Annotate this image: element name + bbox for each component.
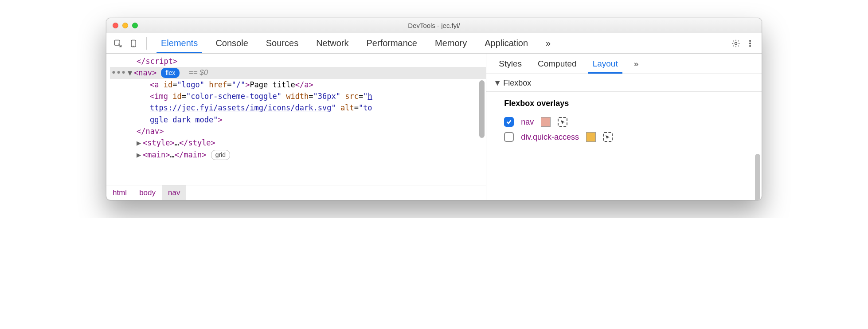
tab-application[interactable]: Application [476, 33, 537, 53]
device-toolbar-icon[interactable] [127, 36, 141, 51]
dom-line[interactable]: ttps://jec.fyi/assets/img/icons/dark.svg… [110, 102, 486, 114]
separator [725, 37, 725, 50]
tab-performance[interactable]: Performance [358, 33, 426, 53]
main-split: </script​> ••• ▼ <nav> flex == $0 <a id=… [106, 54, 762, 200]
scrollbar-thumb[interactable] [755, 154, 760, 200]
flex-badge[interactable]: flex [161, 68, 180, 78]
svg-point-3 [735, 42, 737, 44]
tab-elements[interactable]: Elements [152, 33, 207, 53]
styles-sidebar: Styles Computed Layout » ▼ Flexbox Flexb… [486, 54, 762, 200]
tab-memory[interactable]: Memory [426, 33, 476, 53]
titlebar: DevTools - jec.fyi/ [106, 18, 762, 33]
dom-line[interactable]: ▶<style>…</style> [110, 137, 486, 149]
dom-tree[interactable]: </script​> ••• ▼ <nav> flex == $0 <a id=… [106, 54, 486, 185]
svg-point-4 [750, 40, 751, 41]
expand-toggle-icon[interactable]: ▶ [137, 137, 143, 149]
dom-line[interactable]: </nav> [110, 125, 486, 137]
svg-point-5 [750, 43, 751, 44]
elements-panel: </script​> ••• ▼ <nav> flex == $0 <a id=… [106, 54, 486, 200]
element-selector-icon[interactable] [603, 132, 613, 142]
kebab-menu-icon[interactable] [743, 36, 757, 51]
color-swatch[interactable] [586, 132, 596, 142]
panel-tabs: Elements Console Sources Network Perform… [152, 33, 559, 53]
dom-line[interactable]: ggle dark mode"> [110, 114, 486, 125]
devtools-window: DevTools - jec.fyi/ Elements Console Sou… [106, 18, 762, 200]
inspect-element-icon[interactable] [111, 36, 125, 51]
window-title: DevTools - jec.fyi/ [106, 22, 762, 29]
breadcrumb-item[interactable]: body [133, 185, 162, 200]
breadcrumb-item[interactable]: html [106, 185, 133, 200]
tab-network[interactable]: Network [307, 33, 357, 53]
breadcrumb: html body nav [106, 185, 486, 200]
overlay-name[interactable]: div.quick-access [521, 133, 579, 142]
main-toolbar: Elements Console Sources Network Perform… [106, 33, 762, 54]
dom-selected-row[interactable]: ••• ▼ <nav> flex == $0 [110, 67, 486, 78]
breadcrumb-item[interactable]: nav [162, 185, 186, 200]
grid-badge[interactable]: grid [211, 150, 230, 161]
overlay-checkbox[interactable] [504, 132, 514, 142]
separator [146, 37, 147, 50]
tab-console[interactable]: Console [207, 33, 257, 53]
color-swatch[interactable] [541, 117, 551, 127]
selected-indicator: == $0 [189, 67, 208, 78]
dom-line[interactable]: ▶<main>…</main> grid [110, 149, 486, 161]
layout-pane: ▼ Flexbox Flexbox overlays nav [486, 74, 762, 200]
dom-line[interactable]: <img id="color-scheme-toggle" width="36p… [110, 90, 486, 102]
element-selector-icon[interactable] [558, 117, 567, 127]
svg-point-6 [750, 45, 751, 47]
overlay-name[interactable]: nav [521, 118, 534, 127]
tab-styles[interactable]: Styles [491, 54, 530, 74]
tabs-overflow-button[interactable]: » [537, 33, 559, 53]
tab-layout[interactable]: Layout [585, 54, 626, 74]
dom-line[interactable]: <a id="logo" href="/">Page title</a> [110, 79, 486, 90]
flexbox-section-header[interactable]: ▼ Flexbox [486, 74, 762, 92]
overlay-row: nav [486, 114, 762, 129]
ellipsis-icon[interactable]: ••• [110, 67, 128, 78]
scrollbar-thumb[interactable] [479, 80, 485, 138]
overlay-row: div.quick-access [486, 129, 762, 145]
settings-gear-icon[interactable] [729, 36, 743, 51]
expand-toggle-icon[interactable]: ▼ [128, 67, 134, 78]
scrollbar-track[interactable] [754, 74, 762, 200]
overlay-checkbox[interactable] [504, 117, 514, 127]
sidebar-tabs: Styles Computed Layout » [486, 54, 762, 74]
expand-toggle-icon[interactable]: ▶ [137, 149, 143, 161]
sidebar-tabs-overflow[interactable]: » [626, 54, 647, 74]
tab-sources[interactable]: Sources [257, 33, 307, 53]
dom-line[interactable]: </script​> [110, 55, 486, 67]
expand-toggle-icon[interactable]: ▼ [493, 78, 500, 88]
section-title: Flexbox [503, 78, 531, 88]
tab-computed[interactable]: Computed [530, 54, 585, 74]
overlays-subtitle: Flexbox overlays [486, 92, 762, 114]
